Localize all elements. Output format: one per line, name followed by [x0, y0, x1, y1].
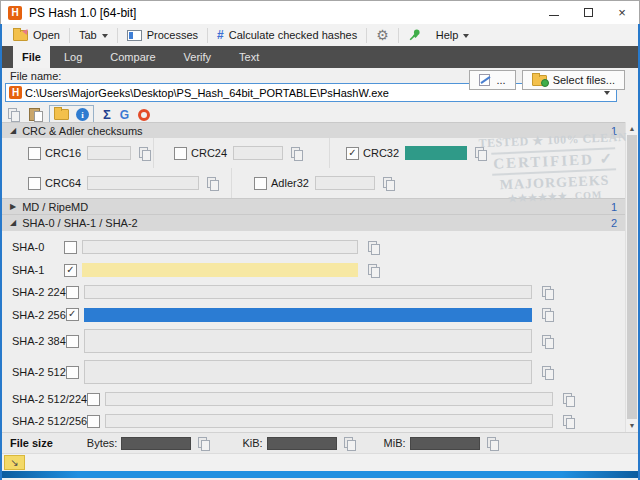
sha0-value-field[interactable]: [82, 240, 358, 254]
help-button[interactable]: Help: [429, 25, 477, 45]
copy-icon[interactable]: [542, 286, 554, 299]
settings-button[interactable]: ⚙: [369, 25, 396, 45]
crc24-checkbox[interactable]: ✓: [174, 147, 187, 160]
sha2-512-value-field[interactable]: [84, 360, 532, 384]
sha2-512-224-checkbox[interactable]: ✓: [87, 393, 100, 406]
copy-icon[interactable]: [487, 437, 499, 450]
sha2-256-value-field[interactable]: [84, 308, 532, 322]
crc16-cell: ✓ CRC16: [2, 138, 154, 168]
open-folder-icon: [13, 30, 28, 41]
adler32-value-field[interactable]: [315, 176, 375, 190]
pin-button[interactable]: [401, 25, 429, 45]
toolbar: Open Tab Processes # Calculate checked h…: [2, 24, 638, 46]
sha2-384-checkbox[interactable]: ✓: [66, 335, 79, 348]
file-info-button[interactable]: i: [76, 108, 89, 121]
scroll-up-icon[interactable]: ▲: [626, 122, 638, 135]
open-containing-folder-button[interactable]: [54, 109, 69, 120]
section-header-crc[interactable]: ◢ CRC & Adler checksums 1: [2, 122, 625, 138]
edit-list-button[interactable]: ...: [469, 70, 515, 90]
sha2-512-256-value-field[interactable]: [105, 414, 553, 428]
adler32-checkbox[interactable]: ✓: [254, 177, 267, 190]
sha2-224-value-field[interactable]: [84, 285, 532, 299]
tab-verify[interactable]: Verify: [170, 46, 226, 68]
sha2-384-value-field[interactable]: [84, 329, 532, 353]
copy-icon[interactable]: [198, 437, 210, 450]
adler32-label: Adler32: [271, 177, 309, 189]
sha2-512-224-row: SHA-2 512/224 ✓: [2, 388, 625, 410]
bytes-value-field: [121, 437, 191, 450]
crc24-value-field[interactable]: [233, 146, 283, 160]
copy-path-button[interactable]: [8, 108, 20, 121]
edit-icon: [479, 74, 490, 86]
crc16-label: CRC16: [45, 147, 81, 159]
tab-text[interactable]: Text: [225, 46, 273, 68]
tab-log[interactable]: Log: [50, 46, 96, 68]
file-action-buttons: ... Select files...: [469, 70, 625, 90]
sha2-256-row: SHA-2 256 ✓: [2, 303, 625, 326]
crc16-value-field[interactable]: [87, 146, 131, 160]
copy-icon[interactable]: [475, 147, 487, 160]
toolbar-separator: [366, 28, 367, 43]
checksum-tool-button[interactable]: Σ: [103, 107, 111, 122]
copy-icon[interactable]: [542, 366, 554, 379]
select-files-label: Select files...: [553, 74, 615, 86]
sha2-224-checkbox[interactable]: ✓: [66, 286, 79, 299]
gear-icon: ⚙: [376, 28, 389, 42]
copy-icon[interactable]: [542, 308, 554, 321]
paste-path-button[interactable]: [29, 108, 40, 121]
sha2-512-256-checkbox[interactable]: ✓: [87, 415, 100, 428]
pin-icon: [408, 28, 422, 42]
sha1-row: SHA-1 ✓: [2, 259, 625, 281]
tab-file[interactable]: File: [13, 46, 50, 68]
sha2-512-checkbox[interactable]: ✓: [66, 366, 79, 379]
copy-icon[interactable]: [563, 415, 575, 428]
crc32-cell: ✓ CRC32: [330, 138, 490, 168]
drop-target-button[interactable]: ↘: [4, 455, 25, 470]
maximize-icon: [584, 8, 593, 17]
sha1-value-field[interactable]: [82, 263, 358, 277]
scrollbar-thumb[interactable]: [627, 135, 637, 419]
section-title: MD / RipeMD: [22, 201, 88, 213]
sha2-512-256-row: SHA-2 512/256 ✓: [2, 410, 625, 432]
copy-icon[interactable]: [542, 335, 554, 348]
arrow-down-right-icon: ↘: [10, 457, 18, 468]
maximize-button[interactable]: [571, 1, 605, 24]
sha2-512-224-value-field[interactable]: [105, 392, 553, 406]
section-header-md[interactable]: ▶ MD / RipeMD 1: [2, 198, 625, 214]
copy-icon[interactable]: [383, 177, 395, 190]
copy-icon[interactable]: [368, 241, 380, 254]
tab-menu-button[interactable]: Tab: [72, 25, 115, 45]
sha0-checkbox[interactable]: ✓: [64, 241, 77, 254]
crc64-checkbox[interactable]: ✓: [28, 177, 41, 190]
copy-icon[interactable]: [207, 177, 219, 190]
crc16-checkbox[interactable]: ✓: [28, 147, 41, 160]
crc64-value-field[interactable]: [87, 176, 199, 190]
close-button[interactable]: ×: [605, 1, 639, 24]
section-header-sha[interactable]: ◢ SHA-0 / SHA-1 / SHA-2 2: [2, 214, 625, 231]
vertical-scrollbar[interactable]: ▲ ▼: [625, 122, 638, 432]
paste-icon: [29, 108, 40, 121]
copy-icon: [8, 108, 20, 121]
combo-dropdown-button[interactable]: [600, 90, 614, 95]
section-expanded-icon: ◢: [10, 127, 16, 135]
online-scan-button[interactable]: [138, 109, 150, 121]
tab-compare[interactable]: Compare: [96, 46, 169, 68]
copy-icon[interactable]: [344, 437, 356, 450]
copy-icon[interactable]: [139, 147, 151, 160]
processes-button[interactable]: Processes: [120, 25, 205, 45]
crc32-value-field[interactable]: [405, 146, 467, 160]
select-files-button[interactable]: Select files...: [522, 70, 625, 90]
calculate-hashes-button[interactable]: # Calculate checked hashes: [210, 25, 364, 45]
minimize-button[interactable]: [537, 1, 571, 24]
crc32-checkbox[interactable]: ✓: [346, 147, 359, 160]
sha2-224-label: SHA-2 224: [12, 286, 66, 298]
scroll-down-icon[interactable]: ▼: [626, 419, 638, 432]
copy-icon[interactable]: [563, 393, 575, 406]
sha1-checkbox[interactable]: ✓: [64, 264, 77, 277]
sha2-256-checkbox[interactable]: ✓: [66, 308, 79, 321]
copy-icon[interactable]: [368, 264, 380, 277]
sha2-384-label: SHA-2 384: [12, 335, 66, 347]
copy-icon[interactable]: [291, 147, 303, 160]
google-search-button[interactable]: G: [120, 108, 129, 122]
open-button[interactable]: Open: [6, 25, 67, 45]
